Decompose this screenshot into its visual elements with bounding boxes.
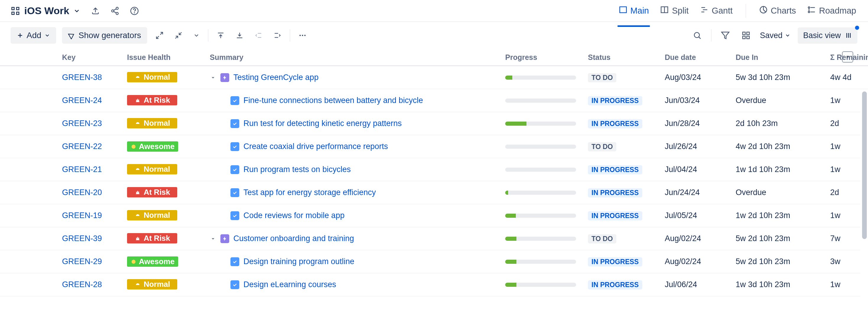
indent-icon[interactable] xyxy=(271,29,284,42)
summary-link[interactable]: Run test for detecting kinetic energy pa… xyxy=(243,119,402,128)
summary-link[interactable]: Code reviews for mobile app xyxy=(243,211,344,220)
basic-view-label: Basic view xyxy=(803,31,841,40)
progress-bar[interactable] xyxy=(505,283,576,287)
summary-link[interactable]: Run program tests on bicycles xyxy=(243,165,351,174)
progress-bar[interactable] xyxy=(505,214,576,218)
expand-icon[interactable] xyxy=(153,29,166,42)
move-up-icon[interactable] xyxy=(214,29,227,42)
status-badge[interactable]: TO DO xyxy=(588,73,616,82)
issue-key[interactable]: GREEN-20 xyxy=(62,188,102,197)
table-row[interactable]: GREEN-38 Normal Testing GreenCycle app T… xyxy=(0,66,868,89)
more-icon[interactable] xyxy=(296,29,309,42)
summary-link[interactable]: Customer onboarding and training xyxy=(234,234,354,243)
project-title-group[interactable]: iOS Work xyxy=(11,5,80,16)
expand-toggle[interactable] xyxy=(210,74,216,81)
summary-link[interactable]: Create coaxial drive performance reports xyxy=(243,142,388,151)
tab-main[interactable]: Main xyxy=(617,3,650,19)
issue-key[interactable]: GREEN-28 xyxy=(62,280,102,289)
issue-key[interactable]: GREEN-38 xyxy=(62,73,102,82)
progress-bar[interactable] xyxy=(505,191,576,195)
health-badge[interactable]: Normal xyxy=(127,210,177,220)
column-progress[interactable]: Progress xyxy=(502,51,585,63)
table-row[interactable]: GREEN-23 Normal Run test for detecting k… xyxy=(0,112,868,135)
health-badge[interactable]: Normal xyxy=(127,72,177,82)
group-icon[interactable] xyxy=(739,29,753,42)
summary-link[interactable]: Fine-tune connections between battery an… xyxy=(243,96,423,105)
table-row[interactable]: GREEN-20 At Risk Test app for energy sto… xyxy=(0,181,868,204)
table-row[interactable]: GREEN-21 Normal Run program tests on bic… xyxy=(0,158,868,181)
task-icon xyxy=(230,142,239,151)
basic-view-button[interactable]: Basic view xyxy=(798,28,857,44)
status-badge[interactable]: IN PROGRESS xyxy=(588,165,642,174)
status-badge[interactable]: IN PROGRESS xyxy=(588,211,642,220)
generators-button[interactable]: Show generators xyxy=(62,27,147,44)
column-due[interactable]: Due date xyxy=(662,51,733,63)
expand-toggle[interactable] xyxy=(210,236,216,242)
progress-bar[interactable] xyxy=(505,75,576,80)
move-down-icon[interactable] xyxy=(233,29,246,42)
summary-link[interactable]: Test app for energy storage efficiency xyxy=(243,188,376,197)
table-row[interactable]: GREEN-24 At Risk Fine-tune connections b… xyxy=(0,89,868,112)
issue-key[interactable]: GREEN-24 xyxy=(62,96,102,105)
summary-link[interactable]: Design training program outline xyxy=(243,257,354,266)
tab-roadmap[interactable]: Roadmap xyxy=(806,3,857,19)
table-row[interactable]: GREEN-22 Awesome Create coaxial drive pe… xyxy=(0,135,868,158)
issue-key[interactable]: GREEN-21 xyxy=(62,165,102,174)
health-badge[interactable]: At Risk xyxy=(127,233,177,243)
table-row[interactable]: GREEN-28 Normal Design eLearning courses… xyxy=(0,273,868,296)
issue-key[interactable]: GREEN-19 xyxy=(62,211,102,220)
progress-bar[interactable] xyxy=(505,237,576,241)
status-badge[interactable]: IN PROGRESS xyxy=(588,257,642,267)
collapse-icon[interactable] xyxy=(172,29,185,42)
help-icon[interactable] xyxy=(130,6,139,15)
status-badge[interactable]: IN PROGRESS xyxy=(588,96,642,105)
vertical-scrollbar[interactable] xyxy=(860,92,868,296)
health-icon xyxy=(131,259,136,265)
column-summary[interactable]: Summary xyxy=(207,51,502,63)
progress-bar[interactable] xyxy=(505,260,576,264)
issue-key[interactable]: GREEN-39 xyxy=(62,234,102,243)
tab-charts[interactable]: Charts xyxy=(758,3,797,19)
status-badge[interactable]: IN PROGRESS xyxy=(588,119,642,128)
share-icon[interactable] xyxy=(111,6,119,15)
health-badge[interactable]: At Risk xyxy=(127,187,177,197)
progress-bar[interactable] xyxy=(505,122,576,126)
search-icon[interactable] xyxy=(690,29,704,42)
health-badge[interactable]: Normal xyxy=(127,279,177,289)
issue-key[interactable]: GREEN-29 xyxy=(62,257,102,266)
issue-key[interactable]: GREEN-22 xyxy=(62,142,102,151)
outdent-icon[interactable] xyxy=(252,29,265,42)
chevron-down-icon xyxy=(785,32,790,38)
column-status[interactable]: Status xyxy=(585,51,662,63)
health-badge[interactable]: At Risk xyxy=(127,95,177,105)
chevron-down-icon[interactable] xyxy=(191,30,202,41)
column-duein[interactable]: Due In xyxy=(733,51,827,63)
filter-icon[interactable] xyxy=(718,29,732,42)
export-icon[interactable] xyxy=(91,6,100,15)
column-health[interactable]: Issue Health xyxy=(124,51,207,63)
health-badge[interactable]: Awesome xyxy=(127,256,178,267)
progress-bar[interactable] xyxy=(505,168,576,172)
scrollbar-thumb[interactable] xyxy=(862,92,867,239)
status-badge[interactable]: IN PROGRESS xyxy=(588,188,642,197)
status-badge[interactable]: IN PROGRESS xyxy=(588,280,642,289)
column-key[interactable]: Key xyxy=(59,51,124,63)
status-badge[interactable]: TO DO xyxy=(588,234,616,243)
health-badge[interactable]: Awesome xyxy=(127,141,178,152)
progress-bar[interactable] xyxy=(505,99,576,103)
saved-dropdown[interactable]: Saved xyxy=(760,31,791,40)
summary-link[interactable]: Design eLearning courses xyxy=(243,280,336,289)
table-row[interactable]: GREEN-39 At Risk Customer onboarding and… xyxy=(0,227,868,250)
table-row[interactable]: GREEN-19 Normal Code reviews for mobile … xyxy=(0,204,868,227)
issue-key[interactable]: GREEN-23 xyxy=(62,119,102,128)
health-badge[interactable]: Normal xyxy=(127,118,177,128)
add-button[interactable]: Add xyxy=(11,27,56,44)
table-row[interactable]: GREEN-29 Awesome Design training program… xyxy=(0,250,868,273)
tab-gantt[interactable]: Gantt xyxy=(699,3,734,19)
progress-bar[interactable] xyxy=(505,145,576,149)
summary-link[interactable]: Testing GreenCycle app xyxy=(234,73,318,82)
tab-split[interactable]: Split xyxy=(659,3,689,19)
health-badge[interactable]: Normal xyxy=(127,164,177,174)
status-badge[interactable]: TO DO xyxy=(588,142,616,151)
add-column-button[interactable] xyxy=(842,51,853,63)
